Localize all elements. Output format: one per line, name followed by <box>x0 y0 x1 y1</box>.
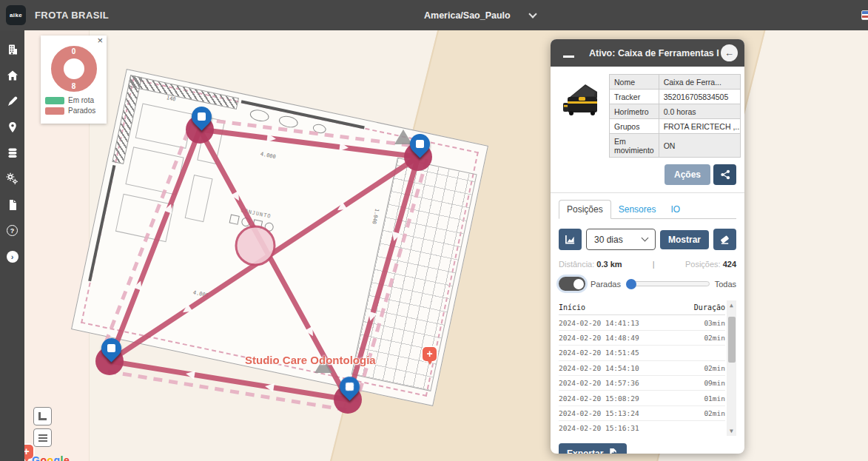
legend-swatch-green <box>45 97 64 104</box>
distance-label: Distância: <box>559 260 594 269</box>
eraser-icon <box>719 234 730 245</box>
row-start: 2024-02-20 14:41:13 <box>559 319 639 327</box>
legend-label: Em rota <box>68 96 94 104</box>
row-duration: 09min <box>704 379 725 387</box>
row-start: 2024-02-20 14:48:49 <box>559 334 639 342</box>
detail-value: FROTA ERICTECH ,... <box>659 119 740 134</box>
col-inicio: Início <box>559 303 585 312</box>
row-start: 2024-02-20 14:51:45 <box>559 349 639 357</box>
chart-icon <box>565 234 576 245</box>
layers-icon <box>38 434 47 442</box>
home-icon[interactable] <box>0 62 24 88</box>
table-row: Tracker352016705834505 <box>610 90 741 104</box>
asset-detail-section: NomeCaixa de Ferra... Tracker35201670583… <box>559 74 736 158</box>
pen-icon[interactable] <box>0 88 24 114</box>
chart-view-button[interactable] <box>559 229 582 250</box>
positions-value: 424 <box>723 260 736 269</box>
export-button[interactable]: Exportar <box>559 443 627 454</box>
chevron-down-icon <box>642 235 649 242</box>
tab-io[interactable]: IO <box>663 201 687 218</box>
table-row: GruposFROTA ERICTECH ,... <box>610 119 741 134</box>
tabs-row: Posições Sensores IO <box>559 200 736 219</box>
paradas-toggle[interactable] <box>559 277 585 291</box>
asset-detail-table: NomeCaixa de Ferra... Tracker35201670583… <box>609 74 741 158</box>
timezone-value: America/Sao_Paulo <box>424 10 511 21</box>
expand-icon[interactable]: › <box>0 243 24 269</box>
todas-label: Todas <box>715 280 736 289</box>
chevron-down-icon <box>528 10 536 18</box>
acoes-button[interactable]: Ações <box>665 164 710 185</box>
donut-value-parados: 8 <box>72 82 76 90</box>
row-start: 2024-02-20 15:16:31 <box>559 424 639 432</box>
scroll-up-icon[interactable]: ▲ <box>727 300 736 310</box>
table-row[interactable]: 2024-02-20 14:41:1303min <box>559 315 725 330</box>
row-start: 2024-02-20 15:13:24 <box>559 409 639 417</box>
mostrar-button[interactable]: Mostrar <box>660 230 709 249</box>
stats-separator: | <box>653 260 655 269</box>
table-row[interactable]: 2024-02-20 14:51:45 <box>559 346 725 360</box>
detail-label: Grupos <box>610 119 659 134</box>
table-row[interactable]: 2024-02-20 14:54:1002min <box>559 361 725 376</box>
row-duration: 01min <box>704 394 725 403</box>
map-layers-button[interactable] <box>33 428 52 447</box>
detail-label: Horímetro <box>610 104 659 119</box>
distance-value: 0.3 km <box>596 260 622 269</box>
table-row[interactable]: 2024-02-20 14:57:3609min <box>559 376 725 391</box>
row-start: 2024-02-20 14:54:10 <box>559 364 639 372</box>
export-label: Exportar <box>567 448 603 454</box>
chevron-right-icon: › <box>7 251 18 263</box>
tab-posicoes[interactable]: Posições <box>559 200 611 219</box>
map-measure-button[interactable] <box>33 407 52 425</box>
back-button[interactable]: ← <box>721 44 738 61</box>
minimize-icon[interactable] <box>563 55 574 58</box>
legend-item-em-rota: Em rota <box>45 96 102 104</box>
actions-row: Ações <box>559 164 736 185</box>
slider-knob[interactable] <box>626 279 636 289</box>
question-mark: ? <box>7 225 18 236</box>
row-duration: 02min <box>704 364 725 372</box>
table-row[interactable]: 2024-02-20 14:48:4902min <box>559 331 725 346</box>
table-row: NomeCaixa de Ferra... <box>610 75 741 90</box>
share-icon <box>720 169 730 180</box>
table-row[interactable]: 2024-02-20 15:16:31 <box>559 421 725 436</box>
paradas-label: Paradas <box>591 280 621 289</box>
table-row[interactable]: 2024-02-20 15:13:2402min <box>559 406 725 421</box>
scroll-down-icon[interactable]: ▼ <box>727 426 736 436</box>
clear-button[interactable] <box>713 229 736 250</box>
table-scrollbar[interactable]: ▲ ▼ <box>727 300 736 436</box>
poi-label[interactable]: Studio Care Odontologia <box>245 354 376 366</box>
apartment-icon[interactable] <box>0 36 24 62</box>
google-watermark: Google <box>32 454 70 461</box>
topbar-right-icon[interactable] <box>861 10 868 20</box>
app-root: CONJUNTO 4.000 4.000 1.040 140 <box>0 0 868 461</box>
table-row[interactable]: 2024-02-20 15:08:2901min <box>559 391 725 406</box>
detail-value: 0.0 horas <box>659 104 740 119</box>
controls-row: 30 dias Mostrar <box>559 229 736 250</box>
help-icon[interactable]: ? <box>0 218 24 243</box>
database-icon[interactable] <box>0 140 24 166</box>
legend-label: Parados <box>68 107 95 115</box>
location-pin-icon[interactable] <box>0 114 24 140</box>
legend-swatch-salmon <box>45 107 64 115</box>
gears-icon[interactable] <box>0 166 24 192</box>
positions-slider[interactable] <box>626 281 710 286</box>
document-icon[interactable] <box>0 192 24 218</box>
app-title: FROTA BRASIL <box>35 10 109 21</box>
period-select[interactable]: 30 dias <box>586 229 656 250</box>
logo-text: aike <box>10 12 22 18</box>
scrollbar-thumb[interactable] <box>728 317 736 363</box>
share-button[interactable] <box>713 164 736 185</box>
panel-header: Ativo: Caixa de Ferramentas I ← <box>551 39 744 67</box>
poi-health-pin[interactable] <box>423 347 437 361</box>
timezone-selector[interactable]: America/Sao_Paulo <box>424 0 536 30</box>
detail-label: Em movimiento <box>610 134 659 158</box>
close-icon[interactable]: × <box>97 36 103 46</box>
positions-table-header: Início Duração <box>559 300 725 315</box>
col-duracao: Duração <box>694 303 725 312</box>
tab-sensores[interactable]: Sensores <box>611 201 664 218</box>
aike-logo[interactable]: aike <box>6 5 26 25</box>
legend-item-parados: Parados <box>45 107 102 115</box>
donut-value-em-rota: 0 <box>72 47 76 55</box>
detail-label: Tracker <box>610 90 659 104</box>
row-duration: 02min <box>704 409 725 417</box>
